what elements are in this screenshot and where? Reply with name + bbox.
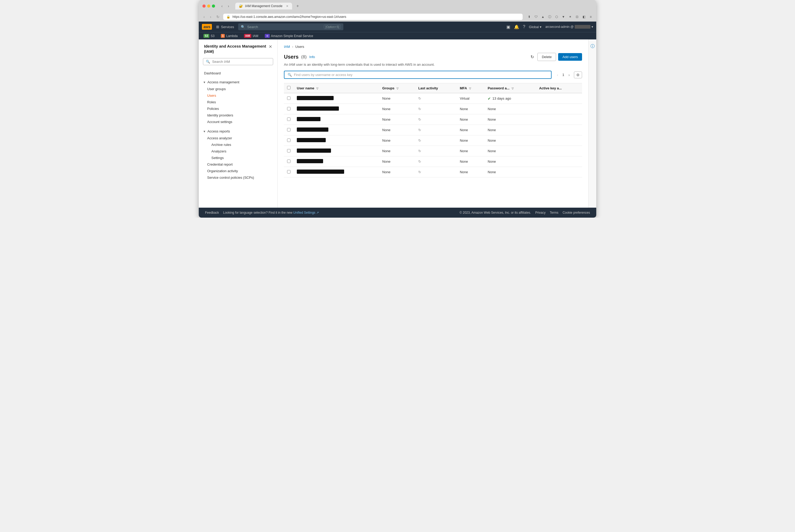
table-row[interactable]: None↻Virtual✔13 days ago — [284, 93, 582, 104]
account-menu[interactable]: arcsecond-admin @ ▾ — [545, 25, 593, 28]
sidebar-item-users[interactable]: Users — [202, 92, 277, 99]
help-icon[interactable]: ⓘ — [547, 15, 552, 19]
mfa-column-header[interactable]: MFA ▽ — [457, 83, 485, 93]
table-row[interactable]: None↻NoneNone — [284, 156, 582, 167]
info-link[interactable]: Info — [309, 55, 315, 59]
breadcrumb-iam-link[interactable]: IAM — [284, 45, 290, 49]
sidebar-icon[interactable]: ◧ — [582, 15, 586, 19]
sidebar-item-organization-activity[interactable]: Organization activity — [202, 168, 277, 174]
sidebar-close-button[interactable]: ✕ — [269, 44, 272, 49]
bookmark-lambda[interactable]: λ Lambda — [219, 33, 239, 38]
bookmark-iam[interactable]: IAM IAM — [242, 33, 260, 38]
unified-settings-link[interactable]: Unified Settings ↗ — [294, 211, 319, 214]
new-tab-button[interactable]: + — [295, 3, 300, 9]
sidebar-search-input[interactable] — [212, 60, 270, 63]
username-column-header[interactable]: User name ▽ — [294, 83, 379, 93]
notifications-button[interactable]: 🔔 — [514, 24, 519, 30]
bookmark-ses[interactable]: ☆ Amazon Simple Email Service — [263, 33, 315, 38]
access-management-header[interactable]: ▼ Access management — [199, 79, 277, 86]
username-redacted[interactable] — [297, 149, 331, 153]
sidebar-search-box[interactable]: 🔍 — [203, 58, 273, 65]
sidebar-item-policies[interactable]: Policies — [202, 106, 277, 112]
username-redacted[interactable] — [297, 107, 339, 111]
maximize-window-button[interactable] — [212, 4, 215, 7]
last-activity-column-header[interactable]: Last activity — [415, 83, 457, 93]
row-checkbox-2[interactable] — [287, 117, 290, 121]
table-settings-button[interactable]: ⚙ — [574, 72, 582, 78]
password-column-header[interactable]: Password a... ▽ — [485, 83, 536, 93]
next-page-button[interactable]: › — [566, 72, 572, 78]
sidebar-item-roles[interactable]: Roles — [202, 99, 277, 106]
table-row[interactable]: None↻NoneNone — [284, 146, 582, 156]
info-panel-button[interactable]: ⓘ — [590, 44, 595, 49]
delete-button[interactable]: Delete — [537, 53, 556, 61]
tab-close-button[interactable]: ✕ — [286, 4, 288, 8]
row-checkbox-3[interactable] — [287, 128, 290, 131]
extension-5-icon[interactable]: ✶ — [568, 15, 573, 19]
browser-back-button[interactable]: ‹ — [202, 14, 206, 20]
username-redacted[interactable] — [297, 170, 344, 174]
username-redacted[interactable] — [297, 138, 326, 142]
menu-icon[interactable]: ≡ — [588, 15, 593, 19]
row-checkbox-4[interactable] — [287, 138, 290, 142]
table-row[interactable]: None↻NoneNone — [284, 135, 582, 146]
extension-2-icon[interactable]: ▲ — [541, 15, 545, 19]
sidebar-item-credential-report[interactable]: Credential report — [202, 161, 277, 168]
table-search-input[interactable] — [294, 73, 548, 77]
groups-column-header[interactable]: Groups ▽ — [379, 83, 415, 93]
sidebar-item-analyzer-settings[interactable]: Settings — [206, 155, 277, 161]
services-menu-button[interactable]: ⊞ Services — [216, 25, 234, 29]
access-reports-header[interactable]: ▼ Access reports — [199, 128, 277, 135]
row-checkbox-5[interactable] — [287, 149, 290, 152]
table-row[interactable]: None↻NoneNone — [284, 114, 582, 125]
bookmark-s3[interactable]: S3 S3 — [202, 33, 216, 38]
row-checkbox-1[interactable] — [287, 107, 290, 110]
sidebar-item-analyzers[interactable]: Analyzers — [206, 148, 277, 155]
back-button[interactable]: ‹ — [220, 3, 224, 9]
table-row[interactable]: None↻NoneNone — [284, 104, 582, 114]
sidebar-item-user-groups[interactable]: User groups — [202, 86, 277, 92]
active-key-column-header[interactable]: Active key a... — [536, 83, 582, 93]
close-window-button[interactable] — [203, 4, 206, 7]
browser-reload-button[interactable]: ↻ — [215, 14, 221, 20]
support-button[interactable]: ? — [523, 24, 525, 29]
select-all-checkbox[interactable] — [287, 86, 290, 89]
address-bar[interactable]: 🔒 https://us-east-1.console.aws.amazon.c… — [223, 14, 523, 20]
extension-3-icon[interactable]: ⬡ — [554, 15, 559, 19]
sidebar-item-service-control-policies[interactable]: Service control policies (SCPs) — [202, 174, 277, 181]
cloudshell-button[interactable]: ▣ — [506, 24, 510, 30]
browser-tab[interactable]: 🔐 IAM Management Console ✕ — [235, 3, 292, 10]
sidebar-item-account-settings[interactable]: Account settings — [202, 118, 277, 125]
split-view-icon[interactable]: ⊡ — [575, 15, 580, 19]
sidebar-item-dashboard[interactable]: Dashboard — [199, 70, 277, 77]
terms-link[interactable]: Terms — [550, 211, 559, 214]
minimize-window-button[interactable] — [207, 4, 210, 7]
refresh-button[interactable]: ↻ — [529, 53, 535, 61]
prev-page-button[interactable]: ‹ — [555, 72, 560, 78]
row-checkbox-6[interactable] — [287, 159, 290, 163]
region-selector[interactable]: Global ▾ — [529, 25, 542, 29]
sidebar-item-access-analyzer[interactable]: Access analyzer — [202, 135, 277, 141]
extension-4-icon[interactable]: ▼ — [561, 15, 566, 19]
row-checkbox-7[interactable] — [287, 170, 290, 173]
aws-search-bar[interactable]: 🔍 [Option+S] — [238, 23, 343, 30]
browser-forward-button[interactable]: › — [208, 14, 213, 20]
username-redacted[interactable] — [297, 159, 323, 163]
table-row[interactable]: None↻NoneNone — [284, 167, 582, 177]
forward-button[interactable]: › — [226, 3, 231, 9]
extension-1-icon[interactable]: 🛡 — [534, 15, 538, 19]
sidebar-item-archive-rules[interactable]: Archive rules — [206, 141, 277, 148]
username-redacted[interactable] — [297, 96, 334, 100]
table-row[interactable]: None↻NoneNone — [284, 125, 582, 135]
aws-search-input[interactable] — [247, 25, 322, 29]
share-icon[interactable]: ⬆ — [527, 15, 532, 19]
sidebar-item-identity-providers[interactable]: Identity providers — [202, 112, 277, 118]
feedback-button[interactable]: Feedback — [205, 211, 219, 214]
privacy-link[interactable]: Privacy — [535, 211, 546, 214]
username-redacted[interactable] — [297, 128, 328, 132]
cookie-preferences-link[interactable]: Cookie preferences — [563, 211, 590, 214]
table-search-container[interactable]: 🔍 — [284, 71, 552, 79]
row-checkbox-0[interactable] — [287, 96, 290, 100]
username-redacted[interactable] — [297, 117, 320, 121]
add-users-button[interactable]: Add users — [558, 53, 582, 61]
